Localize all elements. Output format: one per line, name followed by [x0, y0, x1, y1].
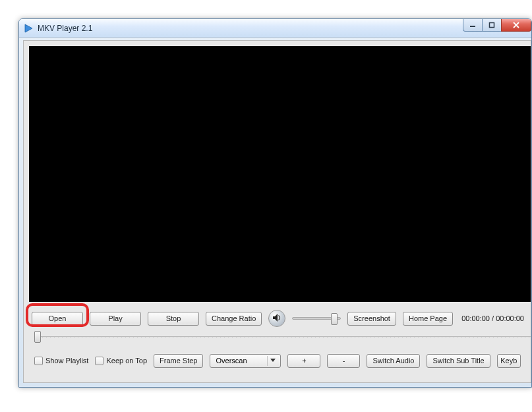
- seek-bar[interactable]: [34, 331, 531, 341]
- svg-marker-0: [25, 24, 32, 32]
- svg-marker-4: [270, 359, 276, 362]
- change-ratio-button[interactable]: Change Ratio: [206, 312, 262, 326]
- show-playlist-label: Show Playlist: [45, 357, 88, 365]
- svg-marker-3: [273, 314, 278, 322]
- checkbox-box: [95, 357, 103, 365]
- overscan-selected: Overscan: [216, 357, 247, 365]
- window-controls: [463, 19, 531, 32]
- maximize-button[interactable]: [482, 19, 502, 32]
- checkbox-box: [34, 357, 43, 365]
- open-button[interactable]: Open: [32, 312, 83, 326]
- minimize-button[interactable]: [463, 19, 483, 32]
- time-sep: /: [490, 314, 496, 322]
- app-window: MKV Player 2.1 Open Play Stop Change Rat…: [18, 18, 532, 388]
- home-page-button[interactable]: Home Page: [403, 312, 453, 326]
- mute-toggle[interactable]: [268, 310, 285, 327]
- titlebar[interactable]: MKV Player 2.1: [19, 19, 531, 38]
- speaker-icon: [272, 312, 282, 324]
- svg-rect-1: [470, 26, 475, 27]
- volume-thumb[interactable]: [331, 313, 338, 325]
- window-title: MKV Player 2.1: [38, 24, 92, 33]
- keep-on-top-checkbox[interactable]: Keep on Top: [95, 357, 147, 365]
- svg-rect-2: [490, 23, 494, 28]
- zoom-in-button[interactable]: +: [287, 354, 320, 368]
- switch-audio-button[interactable]: Switch Audio: [367, 354, 420, 368]
- chevron-down-icon: [267, 356, 278, 366]
- show-playlist-checkbox[interactable]: Show Playlist: [34, 357, 88, 365]
- primary-controls: Open Play Stop Change Ratio Screenshot H…: [29, 307, 531, 330]
- seek-thumb[interactable]: [34, 331, 41, 343]
- switch-subtitle-button[interactable]: Switch Sub Title: [427, 354, 490, 368]
- time-current: 00:00:00: [461, 314, 490, 322]
- stop-button[interactable]: Stop: [148, 312, 199, 326]
- keep-on-top-label: Keep on Top: [106, 357, 147, 365]
- time-total: 00:00:00: [496, 314, 524, 322]
- screenshot-button[interactable]: Screenshot: [347, 312, 396, 326]
- keyboard-button[interactable]: Keyb: [497, 354, 521, 368]
- video-display[interactable]: [29, 46, 531, 302]
- seek-track: [34, 336, 531, 338]
- volume-slider[interactable]: [292, 317, 341, 320]
- frame-step-button[interactable]: Frame Step: [154, 354, 203, 368]
- secondary-controls: Show Playlist Keep on Top Frame Step Ove…: [34, 351, 531, 370]
- app-play-icon: [23, 23, 34, 34]
- zoom-out-button[interactable]: -: [327, 354, 360, 368]
- client-area: Open Play Stop Change Ratio Screenshot H…: [23, 40, 531, 383]
- overscan-select[interactable]: Overscan: [210, 354, 281, 368]
- play-button[interactable]: Play: [90, 312, 141, 326]
- time-display: 00:00:00 / 00:00:00: [461, 314, 528, 322]
- close-button[interactable]: [501, 19, 531, 32]
